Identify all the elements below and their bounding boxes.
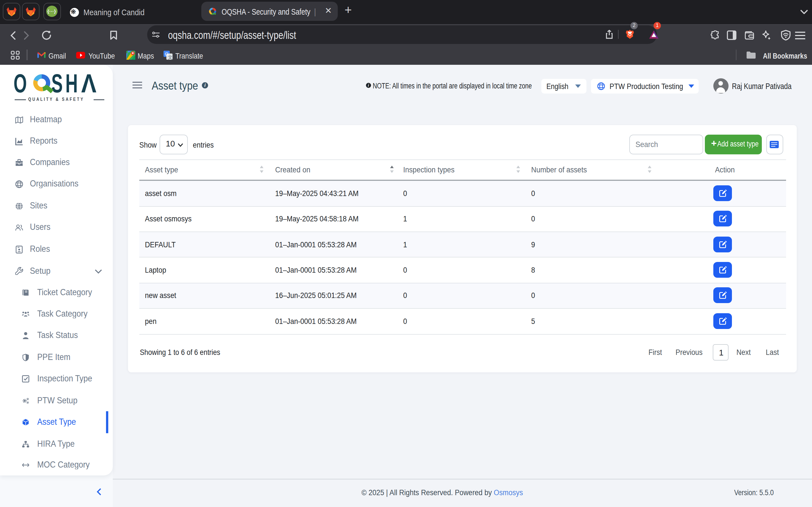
svg-text:文: 文 [168,54,172,59]
